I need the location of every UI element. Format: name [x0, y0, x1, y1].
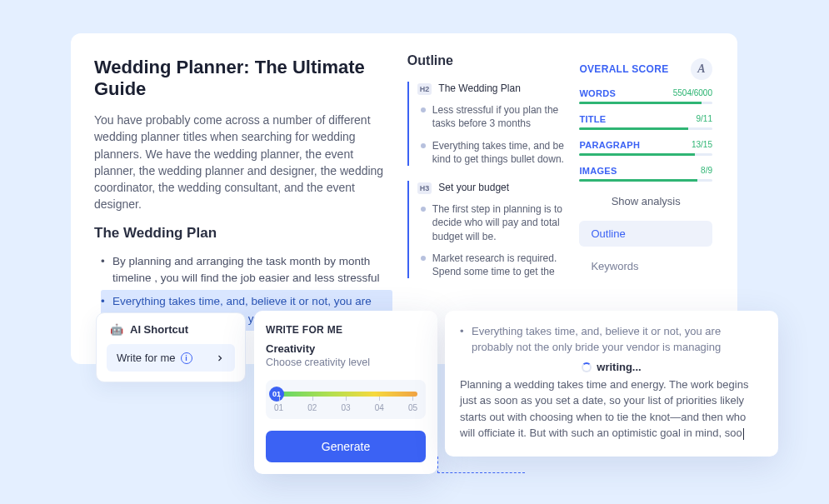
- heading-chip: H3: [417, 182, 432, 194]
- outline-pane: Outline H2 The Wedding Plan Less stressf…: [407, 57, 565, 331]
- outline-row[interactable]: Everything takes time, and be kind to ge…: [417, 139, 565, 166]
- robot-icon: 🤖: [110, 323, 123, 336]
- outline-group: H3 Set your budget The first step in pla…: [407, 181, 565, 278]
- connector-line: [437, 457, 525, 473]
- outline-row[interactable]: Less stressful if you plan the tasks bef…: [417, 103, 565, 130]
- outline-item: The first step in planning is to decide …: [432, 202, 565, 243]
- outline-row[interactable]: Market research is required. Spend some …: [417, 252, 565, 278]
- chevron-right-icon: [215, 353, 225, 363]
- bullet-dot-icon: [421, 207, 426, 212]
- outline-row[interactable]: H3 Set your budget: [417, 181, 565, 194]
- outline-row[interactable]: The first step in planning is to decide …: [417, 202, 565, 243]
- tab-keywords[interactable]: Keywords: [579, 255, 712, 277]
- generation-preview-card: Everything takes time, and, believe it o…: [445, 311, 778, 457]
- tick: 05: [408, 403, 417, 412]
- editor-pane: Wedding Planner: The Ultimate Guide You …: [94, 57, 392, 331]
- info-icon: i: [181, 352, 192, 364]
- metric-paragraph: PARAGRAPH13/15: [579, 140, 712, 156]
- generated-text: Planning a wedding takes time and energy…: [460, 377, 763, 442]
- outline-group: H2 The Wedding Plan Less stressful if yo…: [407, 82, 565, 166]
- generate-button[interactable]: Generate: [266, 431, 426, 462]
- slider-ticks: 01 02 03 04 05: [274, 403, 417, 412]
- writing-status: writing...: [460, 361, 763, 373]
- score-title: OVERALL SCORE: [579, 63, 668, 75]
- bullet-dot-icon: [421, 256, 426, 261]
- metric-value: 9/11: [697, 114, 712, 124]
- outline-title: Set your budget: [438, 181, 509, 194]
- shortcut-title-text: AI Shortcut: [130, 323, 188, 336]
- chip-label: Write for me: [117, 352, 176, 364]
- shortcut-title: 🤖 AI Shortcut: [107, 323, 235, 336]
- metric-value: 8/9: [701, 166, 712, 176]
- score-header: OVERALL SCORE A: [579, 58, 712, 80]
- metric-label: WORDS: [579, 88, 616, 98]
- wfm-caption: WRITE FOR ME: [266, 324, 426, 336]
- metric-words: WORDS5504/6000: [579, 88, 712, 104]
- bullet-dot-icon: [421, 107, 426, 112]
- preview-bullet: Everything takes time, and, believe it o…: [460, 324, 763, 356]
- outline-row[interactable]: H2 The Wedding Plan: [417, 82, 565, 95]
- tick: 01: [274, 403, 283, 412]
- metric-images: IMAGES8/9: [579, 166, 712, 182]
- spinner-icon: [582, 362, 592, 372]
- outline-item: Market research is required. Spend some …: [432, 252, 565, 278]
- metric-title: TITLE9/11: [579, 114, 712, 130]
- show-analysis-link[interactable]: Show analysis: [579, 195, 712, 207]
- ai-shortcut-card: 🤖 AI Shortcut Write for me i: [96, 312, 246, 382]
- slider-thumb[interactable]: 01: [269, 387, 284, 402]
- tab-outline[interactable]: Outline: [579, 221, 712, 247]
- page-title: Wedding Planner: The Ultimate Guide: [94, 57, 392, 100]
- metric-value: 13/15: [692, 140, 712, 150]
- metric-label: IMAGES: [579, 166, 617, 176]
- metric-label: TITLE: [579, 114, 606, 124]
- outline-heading: Outline: [407, 53, 565, 68]
- tick: 02: [307, 403, 317, 412]
- creativity-sublabel: Choose creativity level: [266, 357, 426, 368]
- outline-item: Less stressful if you plan the tasks bef…: [432, 103, 565, 130]
- outline-title: The Wedding Plan: [438, 82, 521, 95]
- section-heading: The Wedding Plan: [94, 225, 392, 242]
- metric-value: 5504/6000: [673, 88, 712, 98]
- creativity-slider[interactable]: 01 01 02 03 04 05: [266, 380, 426, 419]
- intro-paragraph: You have probably come across a number o…: [94, 112, 392, 213]
- tick: 04: [375, 403, 384, 412]
- creativity-label: Creativity: [266, 342, 426, 355]
- status-text: writing...: [597, 361, 641, 373]
- heading-chip: H2: [417, 83, 432, 95]
- outline-item: Everything takes time, and be kind to ge…: [432, 139, 565, 166]
- tick: 03: [341, 403, 350, 412]
- write-for-me-chip[interactable]: Write for me i: [107, 344, 235, 372]
- score-grade-icon: A: [691, 58, 712, 80]
- metric-label: PARAGRAPH: [579, 140, 640, 150]
- bullet-dot-icon: [421, 143, 426, 148]
- write-for-me-panel: WRITE FOR ME Creativity Choose creativit…: [254, 311, 437, 474]
- list-item[interactable]: By planning and arranging the task month…: [101, 250, 392, 291]
- score-pane: OVERALL SCORE A WORDS5504/6000 TITLE9/11…: [579, 57, 712, 331]
